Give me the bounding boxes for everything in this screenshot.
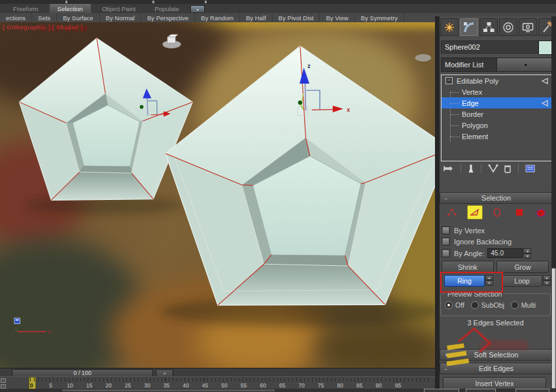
multi-radio[interactable] [511,301,519,309]
show-end-result-icon[interactable] [468,164,474,173]
loop-button[interactable]: Loop [502,275,542,287]
remove-modifier-icon[interactable] [504,164,512,173]
time-slider-bar: 0 / 100 > [0,368,435,377]
create-tab[interactable] [440,18,459,36]
frame-label-15: 15 [86,382,92,389]
make-unique-icon[interactable] [488,164,498,173]
frame-label-75: 75 [318,382,324,389]
pentagon-object-main[interactable] [165,46,435,306]
object-color-swatch[interactable] [538,41,553,55]
create-icon [443,22,455,33]
track-bar[interactable]: 05101520253035404550556065707580859095 [0,376,435,389]
by-angle-field[interactable]: 45.0 [487,248,523,258]
grow-button[interactable]: Grow [496,261,549,273]
stack-item-vertex[interactable]: Vertex [442,86,552,97]
ring-button[interactable]: Ring [444,275,485,287]
selection-rollout-header[interactable]: - Selection [440,192,553,204]
display-icon [522,22,534,33]
world-axis-indicator: x [14,318,51,335]
polygon-mode-icon[interactable] [512,206,527,219]
ribbon-tab-freeform[interactable]: Freeform [5,4,46,13]
modifier-list-dropdown[interactable]: Modifier List ▼ [441,57,552,72]
ribbon-tool-sets[interactable]: Sets [32,13,57,22]
frame-label-85: 85 [356,382,362,389]
edit-edges-rollout-header[interactable]: - Edit Edges [440,363,553,374]
subobject-icons [441,204,552,220]
stack-item-label: Edge [462,99,479,107]
ribbon-tool-by-symmetry[interactable]: By Symmetry [355,13,404,22]
ribbon-tool-ections[interactable]: ections [0,13,32,22]
edge-mode-icon[interactable] [467,205,483,220]
off-radio[interactable] [445,301,453,309]
subobj-radio[interactable] [471,301,479,309]
panel-scrollbar[interactable] [551,16,556,392]
stack-item-element[interactable]: Element [442,131,552,142]
soft-selection-rollout-header[interactable]: + Soft Selection [440,349,553,361]
viewport[interactable]: z x x [0,22,435,368]
element-mode-icon[interactable] [534,206,548,219]
display-tab[interactable] [519,18,537,36]
pentagon-object-secondary[interactable] [19,38,192,200]
by-angle-spinner[interactable]: ▲▼ [523,248,531,259]
ribbon-tab-populate[interactable]: Populate [147,4,187,13]
radio-label: Off [455,301,464,309]
track-bar-icons[interactable] [1,378,6,387]
checkbox-row-by-vertex: By Vertex [442,225,512,236]
ribbon-tool-by-pivot-dist[interactable]: By Pivot Dist [273,13,321,22]
configure-modifier-sets-icon[interactable] [525,164,535,173]
stack-item-border[interactable]: Border [442,108,552,120]
border-mode-icon[interactable] [490,206,504,219]
ribbon-tool-by-surface[interactable]: By Surface [57,13,99,22]
frame-label-50: 50 [221,382,227,389]
modify-icon [463,22,475,33]
scrollbar-thumb[interactable] [551,268,556,389]
motion-tab[interactable] [499,18,517,36]
ring-spinner[interactable]: ▲▼ [485,275,493,286]
frame-label-25: 25 [125,382,131,389]
preview-selection-group: Preview Selection OffSubObjMulti [440,293,551,316]
z-axis-label: z [307,63,310,69]
stack-item-edge[interactable]: Edge [442,97,552,108]
ribbon-media-button[interactable]: ▾ [190,5,205,13]
by-vertex-checkbox[interactable] [442,226,450,235]
hierarchy-tab[interactable] [479,18,498,36]
anim-button-edge [424,389,459,392]
shrink-button[interactable]: Shrink [442,261,494,273]
checkbox-label: By Vertex [454,227,485,235]
sub-object-arrow-icon [541,99,549,108]
sub-object-arrow-icon [541,77,549,86]
ribbon-tool-by-half[interactable]: By Half [240,13,273,22]
ribbon-tool-by-random[interactable]: By Random [195,13,240,22]
viewport-scene[interactable]: z x x [0,22,435,368]
loop-spinner[interactable]: ▲▼ [543,275,551,286]
viewport-watermark: DXY.COM [41,24,88,33]
stack-item-label: Border [462,110,483,118]
modify-tab[interactable] [460,18,478,36]
collapse-box-icon[interactable]: − [445,77,453,84]
panel-divider[interactable] [435,16,440,392]
ribbon-tool-by-normal[interactable]: By Normal [100,13,141,22]
collapse-icon: - [445,365,447,372]
y-axis-handle[interactable] [298,101,303,105]
frame-label-65: 65 [279,382,285,389]
edit-edges-title: Edit Edges [479,365,513,372]
vertex-mode-icon[interactable] [445,206,459,219]
by-angle-checkbox[interactable] [442,249,450,257]
object-name-field[interactable]: Sphere002 [441,41,540,54]
ribbon-tab-object-paint[interactable]: Object Paint [94,4,144,13]
pin-stack-icon[interactable] [443,164,454,173]
ribbon-tool-by-perspective[interactable]: By Perspective [141,13,195,22]
frame-label-35: 35 [164,382,169,389]
ignore-backfacing-checkbox[interactable] [442,237,450,246]
stack-item-editable-poly[interactable]: −Editable Poly [442,75,552,86]
insert-vertex-button[interactable]: Insert Vertex [443,377,546,390]
ribbon-tab-selection[interactable]: Selection [50,4,91,13]
command-panel: Sphere002 Modifier List ▼ −Editable Poly… [435,16,556,392]
tree-stub [450,91,459,93]
modifier-stack[interactable]: −Editable PolyVertexEdgeBorderPolygonEle… [441,74,553,161]
stack-item-polygon[interactable]: Polygon [442,120,552,131]
radio-label: Multi [521,301,536,309]
toolbar-fragment [65,1,67,3]
status-bar-edge [0,389,556,392]
ribbon-tool-by-view[interactable]: By View [320,13,355,22]
